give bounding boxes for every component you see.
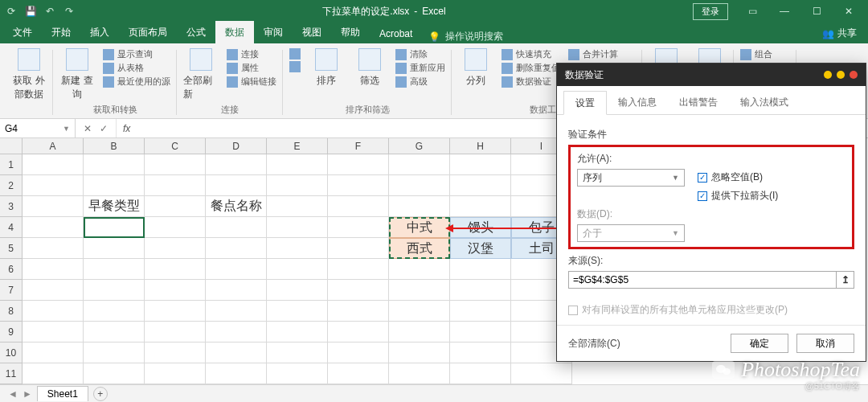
cell-E4[interactable] <box>267 217 328 238</box>
cell-B7[interactable] <box>84 280 145 301</box>
cell-H2[interactable] <box>450 175 511 196</box>
cell-G1[interactable] <box>389 154 450 175</box>
tab-help[interactable]: 帮助 <box>331 21 370 43</box>
row-header-10[interactable]: 10 <box>0 343 23 363</box>
cell-A6[interactable] <box>23 259 84 280</box>
cell-H1[interactable] <box>450 154 511 175</box>
cell-A3[interactable] <box>23 196 84 217</box>
cell-C3[interactable] <box>145 196 206 217</box>
col-header-G[interactable]: G <box>389 138 450 154</box>
cell-F6[interactable] <box>328 259 389 280</box>
maximize-icon[interactable]: ☐ <box>802 2 831 20</box>
cell-D9[interactable] <box>206 322 267 343</box>
new-sheet-button[interactable]: + <box>93 387 108 401</box>
ribbon-display-icon[interactable]: ▭ <box>738 2 767 20</box>
cell-A9[interactable] <box>23 322 84 343</box>
show-dropdown-checkbox[interactable]: ✓ 提供下拉箭头(I) <box>698 189 778 203</box>
cell-F9[interactable] <box>328 322 389 343</box>
cell-D2[interactable] <box>206 175 267 196</box>
select-all-corner[interactable] <box>0 138 23 154</box>
cell-A7[interactable] <box>23 280 84 301</box>
allow-select[interactable]: 序列 ▼ <box>577 169 685 187</box>
cancel-formula-icon[interactable]: ✕ <box>84 123 92 134</box>
col-header-A[interactable]: A <box>23 138 84 154</box>
dialog-max-icon[interactable] <box>837 71 845 79</box>
sort-za[interactable] <box>289 61 301 72</box>
minimize-icon[interactable]: — <box>770 2 799 20</box>
edit-links[interactable]: 编辑链接 <box>227 76 276 88</box>
refresh-all-button[interactable]: 全部刷新 <box>183 48 219 101</box>
enter-formula-icon[interactable]: ✓ <box>100 123 108 134</box>
tab-view[interactable]: 视图 <box>293 21 331 43</box>
cell-B5[interactable] <box>84 238 145 259</box>
col-header-B[interactable]: B <box>84 138 145 154</box>
properties[interactable]: 属性 <box>227 62 276 74</box>
cell-G5[interactable]: 西式 <box>389 238 450 259</box>
row-header-5[interactable]: 5 <box>0 238 23 259</box>
sheet-nav-next[interactable]: ► <box>23 388 32 400</box>
fx-icon[interactable]: fx <box>117 123 137 134</box>
clear-all-link[interactable]: 全部清除(C) <box>568 337 620 351</box>
data-validation[interactable]: 数据验证 <box>502 76 560 88</box>
row-header-4[interactable]: 4 <box>0 217 23 238</box>
cell-B8[interactable] <box>84 301 145 322</box>
cell-B1[interactable] <box>84 154 145 175</box>
col-header-E[interactable]: E <box>267 138 328 154</box>
show-queries[interactable]: 显示查询 <box>103 48 170 60</box>
row-header-8[interactable]: 8 <box>0 301 23 322</box>
cell-G8[interactable] <box>389 301 450 322</box>
cell-F8[interactable] <box>328 301 389 322</box>
tell-me[interactable]: 💡 操作说明搜索 <box>428 30 503 43</box>
login-button[interactable]: 登录 <box>693 3 728 20</box>
cell-A8[interactable] <box>23 301 84 322</box>
cell-F2[interactable] <box>328 175 389 196</box>
ok-button[interactable]: 确定 <box>731 334 788 353</box>
cell-B2[interactable] <box>84 175 145 196</box>
cell-B11[interactable] <box>84 363 145 384</box>
cell-E10[interactable] <box>267 343 328 363</box>
row-header-9[interactable]: 9 <box>0 322 23 343</box>
cell-A5[interactable] <box>23 238 84 259</box>
cell-F3[interactable] <box>328 196 389 217</box>
tab-layout[interactable]: 页面布局 <box>119 21 177 43</box>
apply-all-checkbox[interactable]: 对有同样设置的所有其他单元格应用这些更改(P) <box>568 303 854 317</box>
cell-C2[interactable] <box>145 175 206 196</box>
cell-G7[interactable] <box>389 280 450 301</box>
dialog-min-icon[interactable] <box>824 71 832 79</box>
sheet-nav-prev[interactable]: ◄ <box>8 388 18 400</box>
recent-sources[interactable]: 最近使用的源 <box>103 76 170 88</box>
cell-E5[interactable] <box>267 238 328 259</box>
cell-G10[interactable] <box>389 343 450 363</box>
row-header-6[interactable]: 6 <box>0 259 23 280</box>
cell-E7[interactable] <box>267 280 328 301</box>
share-button[interactable]: 👥 共享 <box>814 23 865 43</box>
cell-D6[interactable] <box>206 259 267 280</box>
cell-B9[interactable] <box>84 322 145 343</box>
cell-A11[interactable] <box>23 363 84 384</box>
cell-D4[interactable] <box>206 217 267 238</box>
cell-C1[interactable] <box>145 154 206 175</box>
consolidate[interactable]: 合并计算 <box>568 48 636 60</box>
cell-D1[interactable] <box>206 154 267 175</box>
cell-H7[interactable] <box>450 280 511 301</box>
cell-E6[interactable] <box>267 259 328 280</box>
cell-H10[interactable] <box>450 343 511 363</box>
cell-D11[interactable] <box>206 363 267 384</box>
close-icon[interactable]: ✕ <box>834 2 863 20</box>
cell-E9[interactable] <box>267 322 328 343</box>
cell-A1[interactable] <box>23 154 84 175</box>
cell-E8[interactable] <box>267 301 328 322</box>
cell-C9[interactable] <box>145 322 206 343</box>
cell-E2[interactable] <box>267 175 328 196</box>
text-to-columns-button[interactable]: 分列 <box>458 48 493 88</box>
connections[interactable]: 连接 <box>227 48 276 60</box>
cell-H9[interactable] <box>450 322 511 343</box>
row-header-1[interactable]: 1 <box>0 154 23 175</box>
cell-C7[interactable] <box>145 280 206 301</box>
cell-A2[interactable] <box>23 175 84 196</box>
filter-button[interactable]: 筛选 <box>352 48 387 88</box>
new-query-button[interactable]: 新建 查询 <box>59 48 95 101</box>
from-table[interactable]: 从表格 <box>103 62 170 74</box>
reapply[interactable]: 重新应用 <box>395 62 445 74</box>
cell-G11[interactable] <box>389 363 450 384</box>
